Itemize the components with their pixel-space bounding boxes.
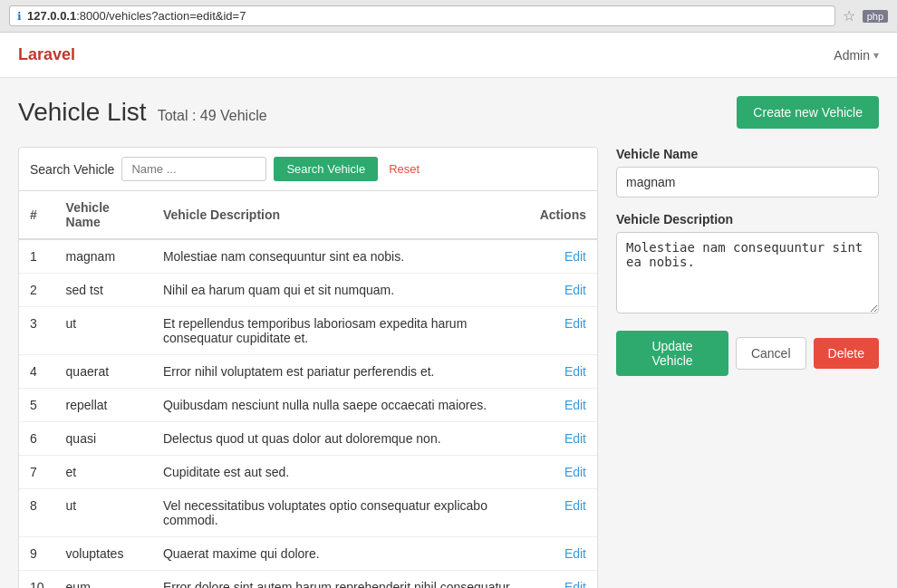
edit-sidebar: Vehicle Name Vehicle Description Update … [616,147,879,376]
page-title: Vehicle List [18,98,147,127]
table-row: 7 et Cupiditate est aut sed. Edit [19,456,597,489]
vehicle-description-label: Vehicle Description [616,212,879,227]
cell-description: Quaerat maxime qui dolore. [152,537,529,571]
table-row: 3 ut Et repellendus temporibus laboriosa… [19,307,597,355]
cell-description: Vel necessitatibus voluptates optio cons… [152,489,529,537]
cell-name: et [55,456,152,489]
col-header-id: # [19,191,55,239]
vehicle-name-group: Vehicle Name [616,147,879,198]
cell-name: quasi [55,422,152,456]
col-header-description: Vehicle Description [152,191,529,239]
cell-actions: Edit [529,537,597,571]
cell-id: 1 [19,239,55,274]
table-row: 6 quasi Delectus quod ut quas dolor aut … [19,422,597,456]
vehicle-name-input[interactable] [616,167,879,198]
cell-description: Et repellendus temporibus laboriosam exp… [152,307,529,355]
cell-description: Nihil ea harum quam qui et sit numquam. [152,274,529,307]
edit-link[interactable]: Edit [564,249,586,264]
navbar-brand[interactable]: Laravel [18,45,75,64]
main-content: Vehicle List Total : 49 Vehicle Create n… [0,78,897,588]
cell-name: ut [55,307,152,355]
edit-link[interactable]: Edit [564,546,586,561]
cell-name: quaerat [55,355,152,389]
table-row: 4 quaerat Error nihil voluptatem est par… [19,355,597,389]
table-header-row: # Vehicle Name Vehicle Description Actio… [19,191,597,239]
edit-link[interactable]: Edit [564,398,586,412]
search-input[interactable] [121,157,266,181]
cell-description: Error nihil voluptatem est pariatur perf… [152,355,529,389]
cell-id: 3 [19,307,55,355]
create-vehicle-button[interactable]: Create new Vehicle [737,96,879,129]
edit-link[interactable]: Edit [564,465,586,479]
cell-id: 8 [19,489,55,537]
navbar: Laravel Admin ▾ [0,33,897,78]
php-badge: php [863,10,888,23]
cell-name: magnam [55,239,152,274]
edit-link[interactable]: Edit [564,431,586,446]
cell-id: 7 [19,456,55,489]
cell-description: Quibusdam nesciunt nulla nulla saepe occ… [152,389,529,422]
edit-link[interactable]: Edit [564,364,586,379]
table-row: 10 eum Error dolore sint autem harum rep… [19,571,597,589]
cell-description: Cupiditate est aut sed. [152,456,529,489]
browser-bar: ℹ 127.0.0.1:8000/vehicles?action=edit&id… [0,0,897,33]
col-header-actions: Actions [529,191,597,239]
cell-id: 4 [19,355,55,389]
secure-icon: ℹ [17,10,22,23]
search-bar: Search Vehicle Search Vehicle Reset [19,148,597,191]
update-vehicle-button[interactable]: Update Vehicle [616,331,728,376]
page-title-area: Vehicle List Total : 49 Vehicle [18,98,267,127]
cell-description: Error dolore sint autem harum reprehende… [152,571,529,589]
search-button[interactable]: Search Vehicle [274,157,378,181]
cell-actions: Edit [529,239,597,274]
user-menu[interactable]: Admin ▾ [834,48,879,63]
cell-name: ut [55,489,152,537]
edit-link[interactable]: Edit [564,283,586,297]
cell-actions: Edit [529,389,597,422]
table-panel: Search Vehicle Search Vehicle Reset # Ve… [18,147,598,588]
reset-button[interactable]: Reset [385,157,423,181]
edit-link[interactable]: Edit [564,580,586,588]
cell-name: sed tst [55,274,152,307]
cell-actions: Edit [529,571,597,589]
vehicle-name-label: Vehicle Name [616,147,879,161]
table-row: 2 sed tst Nihil ea harum quam qui et sit… [19,274,597,307]
vehicle-description-group: Vehicle Description [616,212,879,316]
url-text: 127.0.0.1:8000/vehicles?action=edit&id=7 [27,9,246,23]
cell-id: 6 [19,422,55,456]
vehicles-table: # Vehicle Name Vehicle Description Actio… [19,191,597,588]
page-header: Vehicle List Total : 49 Vehicle Create n… [18,96,879,129]
content-layout: Search Vehicle Search Vehicle Reset # Ve… [18,147,879,588]
cell-id: 9 [19,537,55,571]
cell-name: voluptates [55,537,152,571]
cell-description: Delectus quod ut quas dolor aut doloremq… [152,422,529,456]
edit-link[interactable]: Edit [564,316,586,331]
page-subtitle: Total : 49 Vehicle [158,108,267,124]
cell-actions: Edit [529,456,597,489]
chevron-down-icon: ▾ [873,49,879,62]
cell-name: eum [55,571,152,589]
bookmark-icon[interactable]: ☆ [843,7,855,24]
table-row: 1 magnam Molestiae nam consequuntur sint… [19,239,597,274]
delete-button[interactable]: Delete [814,338,879,369]
url-bar[interactable]: ℹ 127.0.0.1:8000/vehicles?action=edit&id… [9,5,835,26]
table-row: 9 voluptates Quaerat maxime qui dolore. … [19,537,597,571]
col-header-name: Vehicle Name [55,191,152,239]
user-name: Admin [834,48,870,63]
cell-id: 5 [19,389,55,422]
cell-actions: Edit [529,307,597,355]
cell-id: 2 [19,274,55,307]
form-actions: Update Vehicle Cancel Delete [616,331,879,376]
cell-description: Molestiae nam consequuntur sint ea nobis… [152,239,529,274]
vehicle-description-input[interactable] [616,232,879,313]
cell-id: 10 [19,571,55,589]
cell-actions: Edit [529,422,597,456]
cell-actions: Edit [529,489,597,537]
edit-link[interactable]: Edit [564,498,586,513]
cell-actions: Edit [529,355,597,389]
table-row: 8 ut Vel necessitatibus voluptates optio… [19,489,597,537]
cell-name: repellat [55,389,152,422]
cell-actions: Edit [529,274,597,307]
table-row: 5 repellat Quibusdam nesciunt nulla null… [19,389,597,422]
cancel-button[interactable]: Cancel [736,337,806,370]
